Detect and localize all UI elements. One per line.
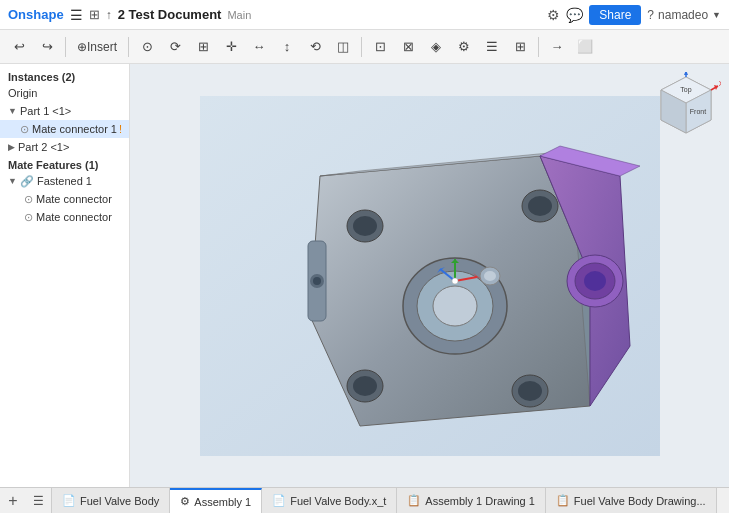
svg-text:Front: Front: [690, 108, 706, 115]
sidebar-item-part2[interactable]: ▶ Part 2 <1>: [0, 138, 129, 156]
user-area: ? namadeo ▼: [647, 8, 721, 22]
undo-button[interactable]: ↩: [6, 34, 32, 60]
main-area: Instances (2) Origin ▼ Part 1 <1> ⊙ Mate…: [0, 64, 729, 487]
insert-icon: ⊕: [77, 40, 87, 54]
svg-text:Top: Top: [680, 86, 691, 94]
tab-fuel-valve-body[interactable]: 📄 Fuel Valve Body: [52, 488, 170, 514]
doc-title: 2 Test Document: [118, 7, 222, 22]
tool7-button[interactable]: ⟲: [302, 34, 328, 60]
tab-label-2: Fuel Valve Body.x_t: [290, 495, 386, 507]
tool14-button[interactable]: ⊞: [507, 34, 533, 60]
tab-icon-0: 📄: [62, 494, 76, 507]
tab-assembly1[interactable]: ⚙ Assembly 1: [170, 488, 262, 514]
tab-label-1: Assembly 1: [194, 496, 251, 508]
tab-icon-4: 📋: [556, 494, 570, 507]
toolbar-separator-4: [538, 37, 539, 57]
tab-assembly1-drawing[interactable]: 📋 Assembly 1 Drawing 1: [397, 488, 545, 514]
share-button[interactable]: Share: [589, 5, 641, 25]
bottom-tabs: + ☰ 📄 Fuel Valve Body ⚙ Assembly 1 📄 Fue…: [0, 487, 729, 513]
tab-label-3: Assembly 1 Drawing 1: [425, 495, 534, 507]
tool13-button[interactable]: ☰: [479, 34, 505, 60]
sidebar-item-mate-conn1[interactable]: ⊙ Mate connector: [0, 190, 129, 208]
mate-connector-label: Mate connector 1: [32, 123, 117, 135]
caret3-icon: ▼: [8, 176, 17, 186]
sidebar-item-mate-conn2[interactable]: ⊙ Mate connector: [0, 208, 129, 226]
topbar: Onshape ☰ ⊞ ↑ 2 Test Document Main ⚙ 💬 S…: [0, 0, 729, 30]
part2-label: Part 2 <1>: [18, 141, 69, 153]
top-icons: ⚙ 💬: [547, 7, 583, 23]
mate-icon2: ⊙: [24, 211, 33, 224]
sidebar-item-mate-connector[interactable]: ⊙ Mate connector 1 !: [0, 120, 129, 138]
mate-connector-icon: ⊙: [20, 123, 29, 136]
user-dropdown[interactable]: namadeo: [658, 8, 708, 22]
warning-badge: !: [119, 123, 122, 135]
orientation-cube[interactable]: Top Front Z X: [651, 72, 721, 142]
sidebar-item-fastened1[interactable]: ▼ 🔗 Fastened 1: [0, 172, 129, 190]
tool1-button[interactable]: ⊙: [134, 34, 160, 60]
mate-icon1: ⊙: [24, 193, 33, 206]
svg-point-28: [452, 278, 458, 284]
tab-icon-3: 📋: [407, 494, 421, 507]
svg-point-16: [433, 286, 477, 326]
insert-button[interactable]: ⊕ Insert: [71, 34, 123, 60]
tool15-button[interactable]: →: [544, 34, 570, 60]
tool6-button[interactable]: ↕: [274, 34, 300, 60]
sidebar: Instances (2) Origin ▼ Part 1 <1> ⊙ Mate…: [0, 64, 130, 487]
redo-button[interactable]: ↪: [34, 34, 60, 60]
tab-fuel-valve-drawing[interactable]: 📋 Fuel Valve Body Drawing...: [546, 488, 717, 514]
sidebar-item-part1[interactable]: ▼ Part 1 <1>: [0, 102, 129, 120]
expand-icon[interactable]: ⊞: [89, 7, 100, 22]
mate-conn2-label: Mate connector: [36, 211, 112, 223]
tool11-button[interactable]: ◈: [423, 34, 449, 60]
svg-marker-39: [684, 72, 688, 75]
svg-point-19: [584, 271, 606, 291]
mate-features-label: Mate Features (1): [0, 156, 129, 172]
tab-fuel-valve-xt[interactable]: 📄 Fuel Valve Body.x_t: [262, 488, 397, 514]
tool16-button[interactable]: ⬜: [572, 34, 598, 60]
tool8-button[interactable]: ◫: [330, 34, 356, 60]
tool5-button[interactable]: ↔: [246, 34, 272, 60]
svg-point-11: [528, 196, 552, 216]
part1-label: Part 1 <1>: [20, 105, 71, 117]
toolbar: ↩ ↪ ⊕ Insert ⊙ ⟳ ⊞ ✛ ↔ ↕ ⟲ ◫ ⊡ ⊠ ◈ ⚙ ☰ ⊞…: [0, 30, 729, 64]
svg-text:X: X: [719, 80, 721, 87]
help-icon[interactable]: ?: [647, 8, 654, 22]
add-tab-button[interactable]: +: [0, 488, 26, 514]
cad-view[interactable]: [130, 64, 729, 487]
tool4-button[interactable]: ✛: [218, 34, 244, 60]
svg-point-31: [313, 277, 321, 285]
caret-icon: ▼: [8, 106, 17, 116]
list-tab-button[interactable]: ☰: [26, 488, 52, 514]
tab-label-4: Fuel Valve Body Drawing...: [574, 495, 706, 507]
tool10-button[interactable]: ⊠: [395, 34, 421, 60]
toolbar-separator: [65, 37, 66, 57]
tool3-button[interactable]: ⊞: [190, 34, 216, 60]
arrow-icon[interactable]: ↑: [106, 8, 112, 22]
doc-main: Main: [227, 9, 251, 21]
toolbar-separator-3: [361, 37, 362, 57]
cad-model: [200, 96, 660, 456]
tab-label-0: Fuel Valve Body: [80, 495, 159, 507]
fastened1-label: Fastened 1: [37, 175, 92, 187]
viewport[interactable]: Top Front Z X: [130, 64, 729, 487]
settings-icon[interactable]: ⚙: [547, 7, 560, 23]
hamburger-icon[interactable]: ☰: [70, 7, 83, 23]
tab-icon-1: ⚙: [180, 495, 190, 508]
toolbar-separator-2: [128, 37, 129, 57]
tool12-button[interactable]: ⚙: [451, 34, 477, 60]
chevron-down-icon[interactable]: ▼: [712, 10, 721, 20]
fastened-icon: 🔗: [20, 175, 34, 188]
notification-icon[interactable]: 💬: [566, 7, 583, 23]
caret2-icon: ▶: [8, 142, 15, 152]
svg-point-7: [353, 216, 377, 236]
origin-label: Origin: [8, 87, 37, 99]
tab-icon-2: 📄: [272, 494, 286, 507]
logo: Onshape: [8, 7, 64, 22]
svg-point-9: [353, 376, 377, 396]
instances-label: Instances (2): [0, 68, 129, 84]
tool2-button[interactable]: ⟳: [162, 34, 188, 60]
svg-point-21: [484, 271, 496, 281]
svg-point-13: [518, 381, 542, 401]
tool9-button[interactable]: ⊡: [367, 34, 393, 60]
sidebar-item-origin[interactable]: Origin: [0, 84, 129, 102]
